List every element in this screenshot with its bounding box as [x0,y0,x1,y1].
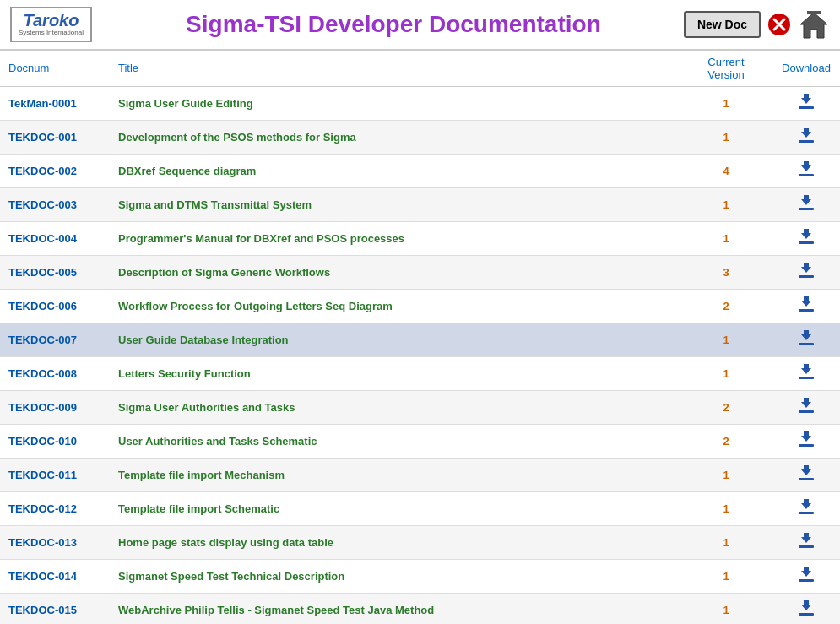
download-icon[interactable] [797,193,816,216]
download-icon[interactable] [797,362,816,385]
download-icon[interactable] [797,464,816,486]
cell-docnum: TEKDOC-009 [0,390,110,424]
svg-marker-26 [801,431,811,442]
cell-download[interactable] [772,289,840,323]
svg-marker-10 [801,161,811,171]
download-icon[interactable] [797,92,816,115]
cell-download[interactable] [772,593,840,624]
cell-download[interactable] [772,154,840,187]
table-row[interactable]: TEKDOC-014Sigmanet Speed Test Technical … [0,559,840,593]
download-icon-svg [797,328,816,347]
svg-rect-13 [799,241,814,244]
svg-rect-21 [799,377,814,379]
cell-download[interactable] [772,356,840,390]
svg-marker-36 [801,600,811,610]
table-row[interactable]: TEKDOC-008Letters Security Function1 [0,356,840,390]
cell-docnum: TEKDOC-010 [0,424,110,458]
svg-rect-5 [799,106,814,109]
table-row[interactable]: TEKDOC-005Description of Sigma Generic W… [0,255,840,289]
download-icon-svg [797,261,816,279]
svg-rect-27 [799,478,814,480]
cell-download[interactable] [772,525,840,559]
cell-version: 1 [680,525,772,559]
table-row[interactable]: TEKDOC-009Sigma User Authorities and Tas… [0,390,840,424]
table-row[interactable]: TEKDOC-011Template file import Mechanism… [0,458,840,491]
home-button[interactable] [798,8,830,41]
cell-download[interactable] [772,323,840,356]
cell-docnum: TEKDOC-013 [0,525,110,559]
table-row[interactable]: TEKDOC-015WebArchive Philip Tellis - Sig… [0,593,840,624]
cell-title: Letters Security Function [110,356,680,390]
table-row[interactable]: TEKDOC-012Template file import Schematic… [0,491,840,525]
cell-download[interactable] [772,559,840,593]
svg-rect-11 [799,208,814,210]
cell-title: Template file import Schematic [110,491,680,525]
cell-title: Sigma and DTMS Transmittal System [110,187,680,221]
download-icon[interactable] [797,430,816,453]
cell-download[interactable] [772,491,840,525]
svg-marker-16 [801,263,811,273]
download-icon[interactable] [797,565,816,588]
col-header-version: Current Version [680,51,772,87]
download-icon-svg [797,126,816,144]
download-icon-svg [797,396,816,415]
download-icon-svg [797,362,816,381]
table-row[interactable]: TEKDOC-010User Authorities and Tasks Sch… [0,424,840,458]
cell-title: Description of Sigma Generic Workflows [110,255,680,289]
cell-title: Template file import Mechanism [110,458,680,491]
close-button[interactable] [766,11,793,38]
cell-docnum: TEKDOC-006 [0,289,110,323]
close-icon [767,13,791,36]
cell-docnum: TEKDOC-001 [0,120,110,154]
download-icon-svg [797,193,816,212]
cell-version: 1 [680,323,772,356]
download-icon[interactable] [797,227,816,250]
cell-download[interactable] [772,390,840,424]
cell-docnum: TekMan-0001 [0,86,110,120]
download-icon[interactable] [797,531,816,554]
download-icon[interactable] [797,328,816,351]
download-icon[interactable] [797,160,816,182]
cell-download[interactable] [772,221,840,255]
svg-marker-32 [801,533,811,543]
page-heading: Sigma-TSI Developer Documentation [103,11,684,38]
cell-download[interactable] [772,424,840,458]
cell-title: Sigma User Guide Editing [110,86,680,120]
svg-marker-12 [801,195,811,205]
new-doc-button[interactable]: New Doc [684,11,761,38]
cell-download[interactable] [772,187,840,221]
cell-version: 1 [680,491,772,525]
svg-marker-24 [801,398,811,408]
download-icon[interactable] [797,396,816,419]
table-row[interactable]: TEKDOC-001Development of the PSOS method… [0,120,840,154]
cell-version: 1 [680,120,772,154]
cell-download[interactable] [772,120,840,154]
table-row[interactable]: TEKDOC-006Workflow Process for Outgoing … [0,289,840,323]
download-icon-svg [797,531,816,550]
table-body: TekMan-0001Sigma User Guide Editing1 TEK… [0,86,840,624]
svg-marker-3 [800,13,827,38]
download-icon[interactable] [797,261,816,284]
table-row[interactable]: TEKDOC-003Sigma and DTMS Transmittal Sys… [0,187,840,221]
table-row[interactable]: TEKDOC-002DBXref Sequence diagram4 [0,154,840,187]
download-icon[interactable] [797,295,816,317]
cell-download[interactable] [772,86,840,120]
download-icon-svg [797,430,816,448]
download-icon[interactable] [797,126,816,149]
table-row[interactable]: TEKDOC-007User Guide Database Integratio… [0,323,840,356]
cell-docnum: TEKDOC-011 [0,458,110,491]
svg-rect-19 [799,343,814,345]
cell-docnum: TEKDOC-003 [0,187,110,221]
download-icon[interactable] [797,497,816,520]
download-icon[interactable] [797,599,816,621]
table-row[interactable]: TEKDOC-004Programmer's Manual for DBXref… [0,221,840,255]
cell-docnum: TEKDOC-007 [0,323,110,356]
cell-download[interactable] [772,458,840,491]
table-row[interactable]: TekMan-0001Sigma User Guide Editing1 [0,86,840,120]
cell-docnum: TEKDOC-014 [0,559,110,593]
cell-download[interactable] [772,255,840,289]
table-row[interactable]: TEKDOC-013Home page stats display using … [0,525,840,559]
header-actions: New Doc [684,8,830,41]
download-icon-svg [797,92,816,111]
svg-marker-6 [801,94,811,104]
